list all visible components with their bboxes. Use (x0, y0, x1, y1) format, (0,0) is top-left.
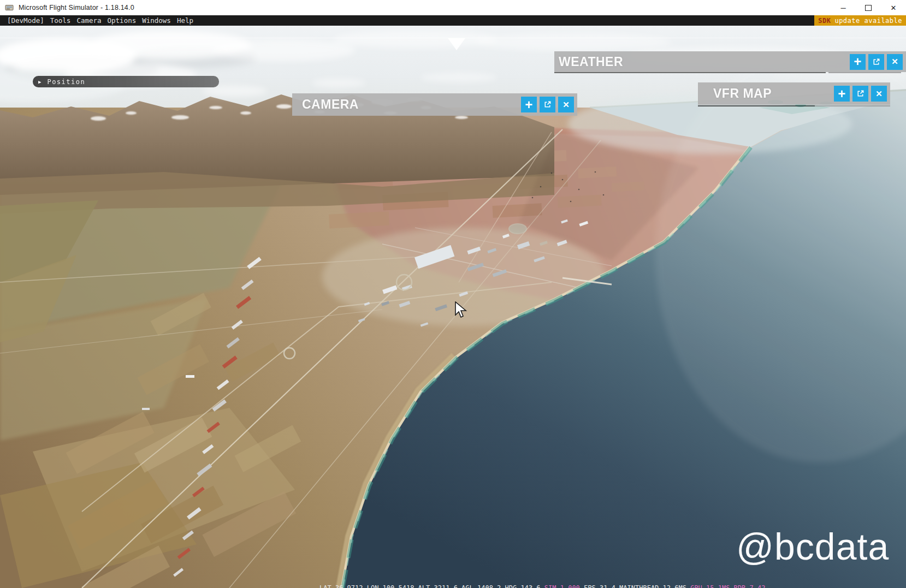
window-title: Microsoft Flight Simulator - 1.18.14.0 (19, 4, 134, 11)
maximize-icon (865, 5, 872, 11)
vfr-map-panel-title: VFR MAP (713, 86, 834, 101)
vfr-map-close-button[interactable]: ✕ (871, 86, 887, 102)
weather-add-button[interactable]: + (850, 54, 866, 70)
telemetry-text: LAT 36.9712 LON 100.5418 ALT 3211.6 AGL … (319, 584, 765, 588)
minimize-button[interactable]: ─ (831, 0, 856, 15)
weather-popout-button[interactable] (868, 54, 884, 70)
position-panel[interactable]: ▶ Position (33, 76, 219, 87)
menu-tools[interactable]: Tools (50, 16, 71, 25)
popout-icon (543, 100, 552, 109)
menu-options[interactable]: Options (108, 16, 137, 25)
sdk-update-badge[interactable]: SDK update available (814, 15, 906, 26)
weather-panel-border (554, 72, 826, 73)
camera-close-button[interactable]: ✕ (558, 97, 574, 112)
weather-panel-buttons: + ✕ (850, 54, 903, 70)
camera-panel-buttons: + ✕ (521, 97, 574, 112)
simulator-viewport[interactable]: ▶ Position CAMERA + ✕ WEATHER (0, 26, 906, 588)
weather-panel-border (828, 72, 901, 73)
vfr-map-popout-button[interactable] (852, 86, 868, 102)
telemetry-segment: SIM 1.000 (544, 584, 584, 588)
toolbar-handle-icon[interactable] (448, 38, 465, 50)
mouse-cursor-icon (454, 301, 469, 321)
camera-panel-header[interactable]: CAMERA + ✕ (292, 93, 577, 116)
vfr-map-panel-header[interactable]: VFR MAP + ✕ (698, 82, 890, 105)
telemetry-segment: LAT 36.9712 LON 100.5418 ALT 3211.6 AGL … (319, 584, 544, 588)
expand-arrow-icon: ▶ (38, 79, 41, 85)
weather-panel-header[interactable]: WEATHER + ✕ (554, 51, 906, 72)
telemetry-strip: LAT 36.9712 LON 100.5418 ALT 3211.6 AGL … (0, 584, 906, 588)
close-icon: ✕ (891, 4, 897, 12)
popout-icon (872, 58, 880, 66)
close-button[interactable]: ✕ (881, 0, 906, 15)
menu-camera[interactable]: Camera (76, 16, 101, 25)
app-window: Microsoft Flight Simulator - 1.18.14.0 ─… (0, 0, 906, 588)
vfr-map-panel-buttons: + ✕ (834, 86, 887, 102)
camera-panel-title: CAMERA (302, 97, 521, 112)
sdk-badge-text: update available (834, 17, 902, 25)
window-controls: ─ ✕ (831, 0, 906, 15)
vfr-map-panel-border (698, 105, 815, 106)
weather-panel-title: WEATHER (559, 55, 850, 69)
camera-add-button[interactable]: + (521, 97, 537, 112)
telemetry-segment: GPU 15.1MS RDR 7.42 (690, 584, 765, 588)
app-icon (5, 3, 14, 12)
watermark: @bcdata (736, 525, 889, 568)
menu-help[interactable]: Help (177, 16, 193, 25)
menu-windows[interactable]: Windows (142, 16, 171, 25)
vfr-map-panel-border (815, 105, 890, 106)
maximize-button[interactable] (856, 0, 881, 15)
sdk-badge-prefix: SDK (818, 17, 831, 25)
minimize-icon: ─ (840, 4, 845, 12)
title-bar[interactable]: Microsoft Flight Simulator - 1.18.14.0 ─… (0, 0, 906, 15)
vfr-map-add-button[interactable]: + (834, 86, 850, 102)
position-panel-label: Position (47, 78, 85, 86)
camera-popout-button[interactable] (540, 97, 555, 112)
menu-devmode[interactable]: [DevMode] (7, 16, 44, 25)
popout-icon (856, 90, 864, 98)
devmode-menu-bar: [DevMode] Tools Camera Options Windows H… (0, 15, 906, 26)
weather-close-button[interactable]: ✕ (887, 54, 903, 70)
telemetry-segment: FPS 31.4 MAINTHREAD 12.6MS (584, 584, 690, 588)
